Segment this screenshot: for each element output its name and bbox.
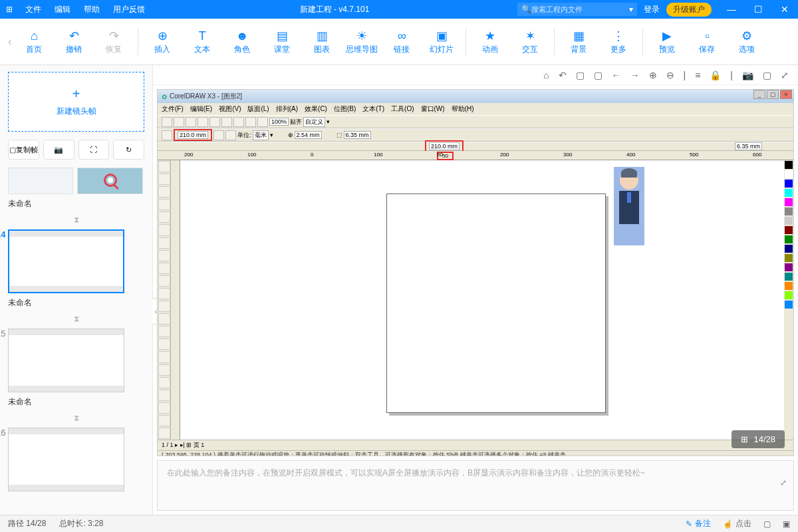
palette-color[interactable] xyxy=(785,217,793,225)
palette-color[interactable] xyxy=(785,273,793,281)
toolbar-text-button[interactable]: T文本 xyxy=(182,22,222,62)
toolbar-opt-button[interactable]: ⚙选项 xyxy=(727,22,767,62)
cdr-height-field[interactable]: 210.0 mm xyxy=(429,142,460,150)
cdr-dupx-field[interactable]: 6.35 mm xyxy=(344,131,371,139)
palette-color[interactable] xyxy=(785,180,793,188)
cdr-tool-6[interactable] xyxy=(158,237,170,249)
login-button[interactable]: 登录 xyxy=(644,4,660,15)
canvas-tool-6[interactable]: ⊕ xyxy=(649,70,657,80)
cdr-save-icon[interactable] xyxy=(186,117,196,127)
cdr-new-icon[interactable] xyxy=(162,117,172,127)
toolbar-insert-button[interactable]: ⊕插入 xyxy=(142,22,182,62)
palette-color[interactable] xyxy=(785,189,793,197)
cdr-paste-icon[interactable] xyxy=(233,117,244,127)
palette-color[interactable] xyxy=(785,263,793,271)
search-box[interactable]: 🔍 ▾ xyxy=(517,3,637,16)
cdr-nudge-field[interactable]: 2.54 mm xyxy=(295,131,322,139)
cdr-tool-3[interactable] xyxy=(158,199,170,210)
character-figure[interactable] xyxy=(614,167,644,245)
menu-file[interactable]: 文件 xyxy=(19,4,48,15)
search-input[interactable] xyxy=(531,5,629,13)
stage[interactable]: ✿ CorelDRAW X3 - [图形2] _ ▢ × 文件(F)编辑(E)视… xyxy=(157,89,794,456)
cdr-print-icon[interactable] xyxy=(198,117,208,127)
cdr-menu-item[interactable]: 编辑(E) xyxy=(190,104,212,114)
click-toggle-button[interactable]: ☝ 点击 xyxy=(723,518,751,529)
cdr-menu-item[interactable]: 位图(B) xyxy=(334,104,356,114)
cdr-unit-field[interactable]: 毫米 xyxy=(253,130,269,140)
cdr-menu-item[interactable]: 工具(O) xyxy=(391,104,414,114)
cdr-tool-17[interactable] xyxy=(158,377,170,388)
canvas-tool-4[interactable]: ← xyxy=(612,70,621,80)
cdr-cut-icon[interactable] xyxy=(209,117,220,127)
cdr-menu-item[interactable]: 帮助(H) xyxy=(452,104,474,114)
chevron-down-icon[interactable]: ▾ xyxy=(629,5,633,14)
cdr-tool-1[interactable] xyxy=(158,174,170,185)
crop-button[interactable]: ⛶ xyxy=(78,140,110,160)
cdr-tool-20[interactable] xyxy=(158,415,170,426)
palette-color[interactable] xyxy=(785,254,793,262)
palette-color[interactable] xyxy=(785,291,793,299)
sb-btn-4[interactable]: ▣ xyxy=(783,519,790,529)
toolbar-preview-button[interactable]: ▶预览 xyxy=(647,22,687,62)
cdr-tool-0[interactable] xyxy=(158,161,170,172)
toolbar-anim-button[interactable]: ★动画 xyxy=(470,22,510,62)
cdr-tool-8[interactable] xyxy=(158,263,170,274)
palette-color[interactable] xyxy=(785,207,793,215)
toolbar-undo-button[interactable]: ↶撤销 xyxy=(54,22,94,62)
cdr-menu-item[interactable]: 窗口(W) xyxy=(421,104,445,114)
slide-thumbnail[interactable] xyxy=(8,428,124,491)
maximize-icon[interactable]: ☐ xyxy=(745,4,771,15)
cdr-close-icon[interactable]: × xyxy=(780,90,792,99)
cdr-tool-2[interactable] xyxy=(158,186,170,198)
coreldraw-canvas[interactable] xyxy=(180,160,784,440)
cdr-undo-icon[interactable] xyxy=(245,117,256,127)
toolbar-role-button[interactable]: ☻角色 xyxy=(222,22,262,62)
toolbar-scroll-left-icon[interactable]: ‹ xyxy=(5,36,14,48)
upgrade-button[interactable]: 升级账户 xyxy=(666,3,712,17)
canvas-tool-7[interactable]: ⊖ xyxy=(666,70,674,80)
canvas-tool-13[interactable]: ▢ xyxy=(763,70,771,80)
palette-color[interactable] xyxy=(785,161,793,169)
toolbar-more-button[interactable]: ⋮更多 xyxy=(598,22,638,62)
cdr-pages-icon[interactable] xyxy=(225,130,236,140)
cdr-custom-field[interactable]: 自定义 xyxy=(303,117,325,127)
palette-color[interactable] xyxy=(785,226,793,234)
toolbar-home-button[interactable]: ⌂首页 xyxy=(14,22,54,62)
cdr-tool-7[interactable] xyxy=(158,250,170,261)
toolbar-mindmap-button[interactable]: ☀思维导图 xyxy=(342,22,382,62)
cdr-zoom-field[interactable]: 100% xyxy=(269,118,289,126)
canvas-tool-12[interactable]: 📷 xyxy=(742,70,753,80)
copy-frame-button[interactable]: ▢ 复制帧 xyxy=(8,140,39,160)
cdr-copy-icon[interactable] xyxy=(221,117,232,127)
menu-edit[interactable]: 编辑 xyxy=(48,4,77,15)
cdr-landscape-icon[interactable] xyxy=(213,130,224,140)
coreldraw-page-navigator[interactable]: 1 / 1 ▸ ▸| ⊞ 页 1 xyxy=(158,440,793,450)
cdr-menu-item[interactable]: 视图(V) xyxy=(219,104,241,114)
minimize-icon[interactable]: — xyxy=(718,4,745,15)
toolbar-save-button[interactable]: ▫保存 xyxy=(687,22,727,62)
cdr-tool-21[interactable] xyxy=(158,428,170,439)
cdr-menu-item[interactable]: 排列(A) xyxy=(276,104,298,114)
slide-thumbnail[interactable] xyxy=(8,229,124,293)
cdr-open-icon[interactable] xyxy=(174,117,184,127)
cdr-redo-icon[interactable] xyxy=(257,117,268,127)
palette-color[interactable] xyxy=(785,235,793,243)
canvas-tool-3[interactable]: ▢ xyxy=(594,70,602,80)
cdr-minimize-icon[interactable]: _ xyxy=(753,90,765,99)
close-icon[interactable]: ✕ xyxy=(771,4,798,15)
palette-color[interactable] xyxy=(785,282,793,290)
cdr-portrait-icon[interactable] xyxy=(162,130,172,140)
cdr-tool-18[interactable] xyxy=(158,390,170,401)
cdr-maximize-icon[interactable]: ▢ xyxy=(767,90,779,99)
canvas-tool-0[interactable]: ⌂ xyxy=(543,70,549,80)
menu-feedback[interactable]: 用户反馈 xyxy=(106,4,152,15)
coreldraw-page[interactable] xyxy=(386,194,606,413)
canvas-tool-10[interactable]: 🔒 xyxy=(710,70,721,80)
cdr-tool-13[interactable] xyxy=(158,326,170,337)
camera-button[interactable]: 📷 xyxy=(43,140,74,160)
sb-btn-3[interactable]: ▢ xyxy=(763,519,771,529)
toolbar-slides-button[interactable]: ▣幻灯片 xyxy=(422,22,462,62)
cdr-menu-item[interactable]: 版面(L) xyxy=(247,104,269,114)
canvas-tool-9[interactable]: ≡ xyxy=(695,70,700,80)
cdr-tool-14[interactable] xyxy=(158,338,170,350)
